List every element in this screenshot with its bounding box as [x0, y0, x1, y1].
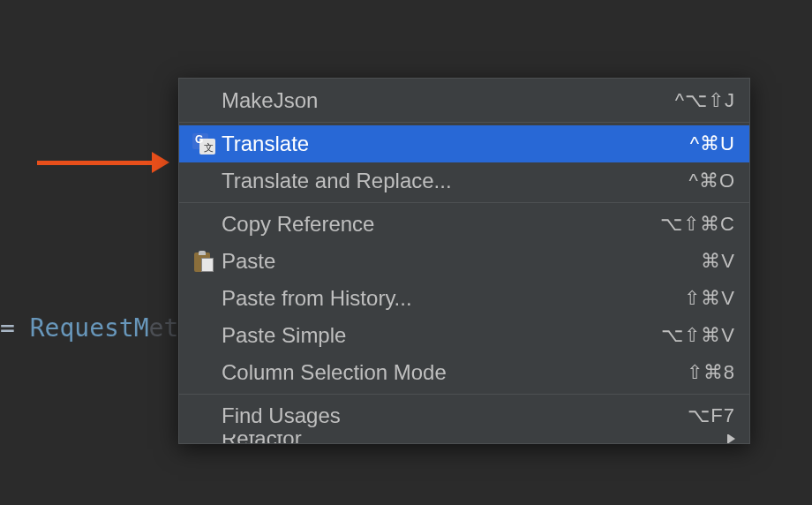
- menu-item-label: Paste Simple: [220, 323, 661, 348]
- menu-item-shortcut: ⌘V: [701, 250, 735, 273]
- menu-item-shortcut: ⇧⌘8: [687, 361, 735, 384]
- menu-item-label: Paste from History...: [220, 286, 684, 311]
- menu-item-shortcut: ⌥⇧⌘V: [661, 324, 735, 347]
- menu-item-find-usages[interactable]: Find Usages⌥F7: [179, 397, 749, 434]
- menu-item-paste-simple[interactable]: Paste Simple⌥⇧⌘V: [179, 317, 749, 354]
- menu-item-icon-slot: G文: [188, 133, 220, 155]
- menu-item-label: Copy Reference: [220, 212, 660, 237]
- menu-item-shortcut: ^⌥⇧J: [675, 89, 735, 112]
- menu-item-paste[interactable]: Paste⌘V: [179, 243, 749, 280]
- menu-item-label: Translate: [220, 132, 690, 156]
- menu-item-column-selection-mode[interactable]: Column Selection Mode⇧⌘8: [179, 354, 749, 391]
- menu-item-makejson[interactable]: MakeJson^⌥⇧J: [179, 82, 749, 119]
- menu-item-label: Paste: [220, 249, 701, 274]
- menu-item-label: Find Usages: [220, 403, 688, 428]
- translate-icon: G文: [192, 133, 215, 155]
- menu-separator: [179, 202, 749, 203]
- menu-separator: [179, 122, 749, 123]
- menu-separator: [179, 394, 749, 395]
- menu-item-label: Refactor: [220, 434, 722, 443]
- menu-item-shortcut: ^⌘U: [690, 132, 735, 155]
- paste-icon: [194, 251, 214, 272]
- menu-item-copy-reference[interactable]: Copy Reference⌥⇧⌘C: [179, 206, 749, 243]
- menu-item-label: Column Selection Mode: [220, 360, 687, 385]
- context-menu: MakeJson^⌥⇧JG文Translate^⌘UTranslate and …: [178, 78, 750, 444]
- menu-item-icon-slot: [188, 251, 220, 272]
- menu-item-shortcut: ⌥⇧⌘C: [660, 213, 735, 236]
- menu-item-refactor[interactable]: Refactor: [179, 434, 749, 443]
- annotation-arrow: [37, 152, 169, 173]
- menu-item-label: Translate and Replace...: [220, 169, 689, 193]
- menu-item-shortcut: ^⌘O: [689, 170, 735, 192]
- menu-item-label: MakeJson: [220, 88, 675, 113]
- menu-item-paste-from-history[interactable]: Paste from History...⇧⌘V: [179, 280, 749, 317]
- menu-item-shortcut: ⇧⌘V: [684, 287, 735, 310]
- menu-item-translate[interactable]: G文Translate^⌘U: [179, 125, 749, 162]
- menu-item-shortcut: ⌥F7: [688, 404, 735, 427]
- menu-item-translate-and-replace[interactable]: Translate and Replace...^⌘O: [179, 162, 749, 200]
- submenu-arrow-icon: [727, 434, 735, 443]
